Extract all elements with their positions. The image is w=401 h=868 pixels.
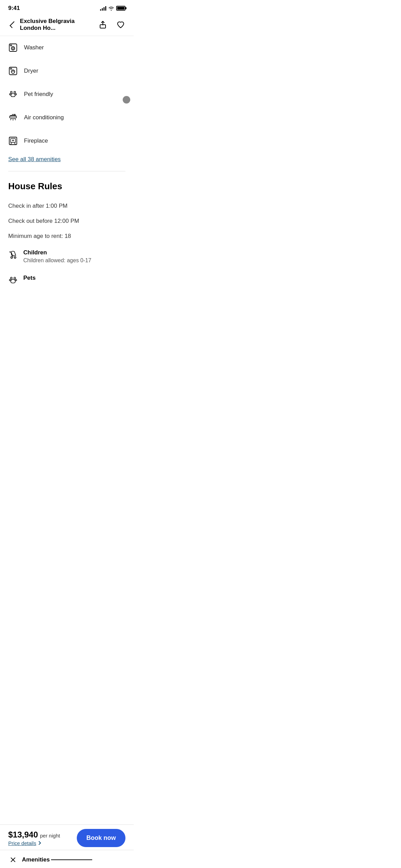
nav-title: Exclusive Belgravia London Ho... xyxy=(20,18,97,32)
heart-icon xyxy=(117,21,125,29)
nav-bar: Exclusive Belgravia London Ho... xyxy=(0,15,134,36)
washer-label: Washer xyxy=(24,44,44,51)
svg-point-18 xyxy=(11,277,12,279)
scroll-indicator xyxy=(123,96,130,104)
svg-point-8 xyxy=(11,92,12,93)
washer-icon xyxy=(8,43,18,52)
checkout-rule: Check out before 12:00 PM xyxy=(0,214,134,229)
see-all-amenities-link[interactable]: See all 38 amenities xyxy=(8,156,61,162)
amenity-washer: Washer xyxy=(0,36,134,59)
amenity-pet-friendly: Pet friendly xyxy=(0,83,134,106)
children-rule-content: Children Children allowed: ages 0-17 xyxy=(23,249,91,264)
amenity-air-conditioning: Air conditioning xyxy=(0,106,134,129)
amenity-dryer: Dryer xyxy=(0,59,134,83)
minage-rule: Minimum age to rent: 18 xyxy=(0,229,134,244)
svg-point-17 xyxy=(14,257,16,258)
pets-rule-content: Pets xyxy=(23,275,36,281)
house-rules-section: House Rules xyxy=(0,171,134,192)
svg-point-19 xyxy=(14,277,16,279)
status-time: 9:41 xyxy=(8,5,20,12)
children-title: Children xyxy=(23,249,91,256)
air-conditioning-label: Air conditioning xyxy=(24,114,64,121)
pet-friendly-label: Pet friendly xyxy=(24,91,53,98)
favorite-button[interactable] xyxy=(114,19,127,31)
svg-rect-6 xyxy=(10,68,12,69)
status-bar: 9:41 xyxy=(0,0,134,15)
checkin-rule: Check in after 1:00 PM xyxy=(0,198,134,214)
svg-point-3 xyxy=(11,47,15,50)
share-icon xyxy=(99,21,107,29)
share-button[interactable] xyxy=(97,19,109,31)
fireplace-label: Fireplace xyxy=(24,137,48,144)
amenities-list: Washer Dryer Pet friendly xyxy=(0,36,134,331)
svg-point-4 xyxy=(12,48,14,49)
house-rules-title: House Rules xyxy=(8,181,125,192)
ac-icon xyxy=(8,113,18,122)
fireplace-icon xyxy=(8,136,18,146)
svg-rect-15 xyxy=(11,138,15,143)
back-button[interactable] xyxy=(7,19,17,31)
svg-point-16 xyxy=(11,257,13,258)
status-icons xyxy=(100,6,125,11)
paw-icon xyxy=(8,275,18,285)
pets-title: Pets xyxy=(23,275,36,281)
signal-bars-icon xyxy=(100,6,106,11)
dryer-label: Dryer xyxy=(24,68,38,74)
dryer-icon xyxy=(8,66,18,76)
amenity-fireplace: Fireplace xyxy=(0,129,134,153)
children-subtitle: Children allowed: ages 0-17 xyxy=(23,257,91,264)
stroller-icon xyxy=(8,250,18,260)
wifi-icon xyxy=(108,6,114,11)
see-all-amenities-section: See all 38 amenities xyxy=(0,153,134,171)
nav-actions xyxy=(97,19,127,31)
svg-point-9 xyxy=(14,92,16,93)
svg-point-7 xyxy=(11,70,15,73)
svg-rect-2 xyxy=(10,45,12,46)
children-rule-row: Children Children allowed: ages 0-17 xyxy=(0,244,134,269)
pet-icon xyxy=(8,89,18,99)
nav-left: Exclusive Belgravia London Ho... xyxy=(7,18,97,32)
battery-icon xyxy=(116,6,125,11)
pets-rule-row: Pets xyxy=(0,269,134,290)
back-chevron-icon xyxy=(10,21,16,28)
svg-point-13 xyxy=(15,114,16,115)
